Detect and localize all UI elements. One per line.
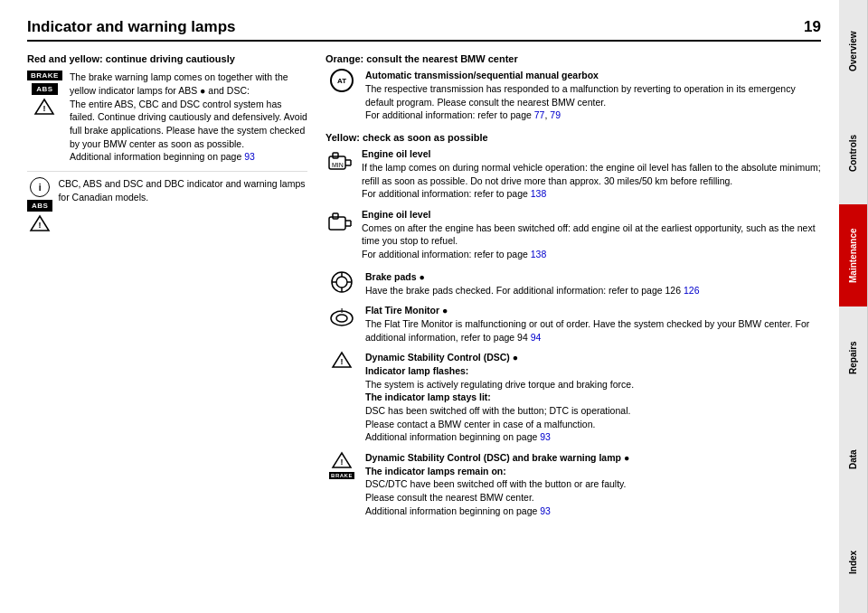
oil-level-2-text: Engine oil level Comes on after the engi… [362, 208, 821, 261]
brake-warning-block: BRAKE ABS ! The brake warning lamp comes… [27, 71, 307, 164]
dsc-brake-text: Dynamic Stability Control (DSC) and brak… [365, 451, 821, 517]
svg-point-16 [336, 277, 347, 288]
triangle-cbc-icon: ! [29, 214, 51, 232]
right-details: Brake pads ● Have the brake pads checked… [326, 270, 821, 518]
yellow-title: Yellow: check as soon as possible [326, 131, 821, 144]
brake-pads-block: Brake pads ● Have the brake pads checked… [326, 270, 821, 297]
page-ref-93a[interactable]: 93 [244, 151, 255, 162]
dsc-block: ! Dynamic Stability Control (DSC) ● Indi… [326, 351, 821, 444]
svg-text:MIN: MIN [332, 162, 344, 168]
svg-rect-11 [333, 213, 338, 219]
left-column: Red and yellow: continue driving cautiou… [27, 52, 307, 518]
page-number: 19 [804, 18, 821, 36]
flat-tire-block: ! Flat Tire Monitor ● The Flat Tire Moni… [326, 304, 821, 344]
svg-text:!: ! [341, 306, 344, 315]
flat-tire-icon-area: ! [326, 304, 358, 327]
dsc-brake-triangle-icon: ! [331, 451, 353, 469]
page-ref-93-dsc[interactable]: 93 [540, 431, 551, 442]
page-title: Indicator and warning lamps [27, 18, 235, 36]
auto-trans-text: Automatic transmission/sequential manual… [365, 69, 821, 122]
abs-cbc-badge: ABS [27, 200, 52, 212]
abs-badge: ABS [32, 83, 57, 95]
svg-rect-5 [333, 153, 338, 158]
brake-abs-icons: BRAKE ABS ! [27, 71, 62, 116]
red-yellow-title: Red and yellow: continue driving cautiou… [27, 52, 307, 65]
sidebar-tab-data[interactable]: Data [839, 409, 868, 511]
sidebar-tab-maintenance[interactable]: Maintenance [839, 204, 868, 306]
sidebar-tab-overview[interactable]: Overview [839, 0, 868, 102]
brake-warning-text: The brake warning lamp comes on together… [70, 71, 307, 164]
engine-oil-icon-1: MIN [326, 147, 354, 173]
info-circle-icon: i [30, 177, 50, 197]
orange-title: Orange: consult the nearest BMW center [326, 52, 821, 65]
sidebar: Overview Controls Maintenance Repairs Da… [839, 0, 868, 613]
brake-badge-dsc: BRAKE [329, 472, 354, 479]
flat-tire-text: Flat Tire Monitor ● The Flat Tire Monito… [365, 304, 821, 344]
page-ref-138a[interactable]: 138 [531, 188, 547, 199]
sidebar-tab-controls[interactable]: Controls [839, 102, 868, 204]
svg-text:!: ! [341, 457, 344, 467]
dsc-text: Dynamic Stability Control (DSC) ● Indica… [365, 351, 821, 444]
sidebar-tab-index[interactable]: Index [839, 511, 868, 613]
page-ref-79[interactable]: 79 [550, 109, 561, 120]
right-details-left: Brake pads ● Have the brake pads checked… [326, 270, 821, 518]
dsc-icon-area: ! [326, 351, 358, 369]
page-ref-94[interactable]: 94 [531, 332, 542, 343]
dsc-brake-block: ! BRAKE Dynamic Stability Control (DSC) … [326, 451, 821, 517]
yellow-section: Yellow: check as soon as possible MIN [326, 131, 821, 261]
triangle-warning-icon: ! [33, 98, 55, 116]
cbc-text: CBC, ABS and DSC and DBC indicator and w… [58, 177, 307, 203]
dsc-brake-icon-area: ! BRAKE [326, 451, 358, 479]
brake-pads-text: Brake pads ● Have the brake pads checked… [365, 270, 821, 297]
brake-badge: BRAKE [27, 71, 62, 80]
svg-point-22 [336, 315, 347, 322]
page-ref-126[interactable]: 126 [684, 285, 700, 296]
orange-section: Orange: consult the nearest BMW center A… [326, 52, 821, 122]
cbc-icons: i ABS ! [27, 177, 52, 232]
page-ref-138b[interactable]: 138 [531, 249, 547, 259]
cbc-block: i ABS ! CBC, ABS and DSC and DBC indicat… [27, 171, 307, 232]
auto-trans-block: AT Automatic transmission/sequential man… [326, 69, 821, 122]
page-header: Indicator and warning lamps 19 [27, 18, 821, 42]
page-ref-77[interactable]: 77 [534, 109, 545, 120]
oil-level-2-block: Engine oil level Comes on after the engi… [326, 208, 821, 261]
auto-trans-icon: AT [330, 69, 354, 92]
svg-text:!: ! [341, 357, 344, 366]
right-column: Orange: consult the nearest BMW center A… [326, 52, 821, 518]
oil-level-1-block: MIN Engine oil level If the lamp comes o… [326, 147, 821, 201]
svg-text:!: ! [39, 221, 42, 230]
dsc-triangle-icon: ! [331, 351, 353, 369]
oil-level-1-text: Engine oil level If the lamp comes on du… [362, 147, 821, 201]
page-ref-93-dsc-brake[interactable]: 93 [540, 505, 551, 516]
engine-oil-icon-2 [326, 208, 354, 233]
auto-trans-icon-area: AT [326, 69, 358, 92]
svg-text:!: ! [43, 104, 46, 113]
sidebar-tab-repairs[interactable]: Repairs [839, 306, 868, 409]
brake-pads-icon-area [326, 270, 358, 294]
